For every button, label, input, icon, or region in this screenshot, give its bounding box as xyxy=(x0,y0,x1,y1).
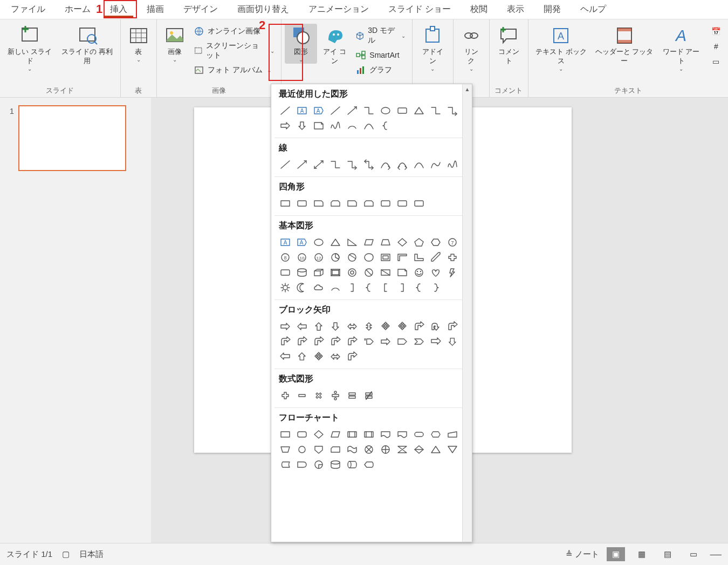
shape-flow-delay[interactable] xyxy=(293,457,310,472)
shape-lbrace2[interactable] xyxy=(410,280,427,295)
shape-can[interactable] xyxy=(293,265,310,280)
shape-callout-r[interactable] xyxy=(427,334,444,349)
shape-folded-corner[interactable] xyxy=(394,265,410,280)
shape-flow-prep[interactable] xyxy=(427,427,444,442)
shape-arr-curve-r[interactable] xyxy=(293,334,310,349)
shape-flow-doc[interactable] xyxy=(377,427,394,442)
shape-arr-curve-l[interactable] xyxy=(310,334,327,349)
shape-callout-u[interactable] xyxy=(293,349,310,364)
shape-dodecagon[interactable]: 12 xyxy=(310,250,327,265)
shape-textbox-arrow[interactable]: A xyxy=(310,103,327,118)
shape-flow-or[interactable] xyxy=(377,442,394,457)
shape-cube[interactable] xyxy=(310,265,327,280)
shape-diag-stripe[interactable] xyxy=(427,250,444,265)
shape-arr-lr-call[interactable] xyxy=(327,349,344,364)
tab-insert[interactable]: 挿入 xyxy=(100,1,137,18)
shape-flow-process[interactable] xyxy=(277,427,293,442)
table-button[interactable]: 表⌄ xyxy=(124,24,153,64)
shape-text-arrow[interactable]: A xyxy=(293,235,310,250)
shape-para[interactable] xyxy=(360,235,377,250)
online-images-button[interactable]: オンライン画像 xyxy=(190,25,278,38)
shapes-button[interactable]: 図形⌄ xyxy=(285,24,317,64)
shape-trap[interactable] xyxy=(377,235,394,250)
shape-smiley[interactable] xyxy=(410,265,427,280)
language-label[interactable]: 日本語 xyxy=(79,549,104,560)
tab-animation[interactable]: アニメーション xyxy=(299,1,379,18)
shape-round-rect[interactable] xyxy=(293,196,310,211)
3d-models-button[interactable]: 3D モデル⌄ xyxy=(352,25,409,46)
shape-eq-neq[interactable] xyxy=(360,388,377,403)
shape-line-darrow[interactable] xyxy=(310,157,327,172)
shape-snip2[interactable] xyxy=(327,196,344,211)
shape-line-2[interactable] xyxy=(327,103,344,118)
reuse-slides-button[interactable]: スライドの 再利用 xyxy=(57,24,116,67)
tab-home[interactable]: ホーム xyxy=(55,1,100,18)
shape-rect[interactable] xyxy=(277,196,293,211)
shape-iso-tri[interactable] xyxy=(327,235,344,250)
shape-line[interactable] xyxy=(277,157,293,172)
icons-button[interactable]: アイ コン xyxy=(318,24,352,67)
shape-round1[interactable] xyxy=(377,196,394,211)
shape-lshape[interactable] xyxy=(410,250,427,265)
textbox-button[interactable]: A テキスト ボックス⌄ xyxy=(532,24,590,73)
shape-folded[interactable] xyxy=(310,118,327,133)
object-button[interactable]: ▭ xyxy=(708,55,725,68)
shape-flow-sum[interactable] xyxy=(360,442,377,457)
shape-cloud[interactable] xyxy=(310,280,327,295)
shape-freeform[interactable] xyxy=(427,157,444,172)
shape-flow-term[interactable] xyxy=(410,427,427,442)
shape-connector[interactable] xyxy=(427,103,444,118)
shape-textbox-a[interactable]: A xyxy=(293,103,310,118)
shape-donut[interactable] xyxy=(344,265,360,280)
shape-block-arc[interactable] xyxy=(377,265,394,280)
shape-decagon[interactable]: 10 xyxy=(293,250,310,265)
shape-flow-extract[interactable] xyxy=(427,442,444,457)
shape-arr-lr[interactable] xyxy=(344,319,360,334)
shape-curve-darrow[interactable] xyxy=(394,157,410,172)
reading-view-button[interactable]: ▤ xyxy=(658,547,677,561)
shape-flow-card[interactable] xyxy=(327,442,344,457)
shape-flow-decision[interactable] xyxy=(310,427,327,442)
shape-arr-bent[interactable] xyxy=(410,319,427,334)
scrollbar[interactable]: ▲ xyxy=(462,84,472,542)
shape-arr-circular[interactable] xyxy=(344,349,360,364)
shape-chevron[interactable] xyxy=(410,334,427,349)
screenshot-button[interactable]: スクリーンショット⌄ xyxy=(190,40,278,62)
shape-line-arrow[interactable] xyxy=(293,157,310,172)
shape-eq-div[interactable] xyxy=(327,388,344,403)
tab-file[interactable]: ファイル xyxy=(1,1,55,18)
shape-arr-tri[interactable] xyxy=(394,319,410,334)
shape-curve-arrow[interactable] xyxy=(377,157,394,172)
shape-line[interactable] xyxy=(277,103,293,118)
shape-flow-sort[interactable] xyxy=(410,442,427,457)
shape-no[interactable] xyxy=(360,265,377,280)
shape-flow-multidoc[interactable] xyxy=(394,427,410,442)
shape-connector-arrow[interactable] xyxy=(444,103,461,118)
shape-moon[interactable] xyxy=(293,280,310,295)
tab-draw[interactable]: 描画 xyxy=(137,1,174,18)
shape-rbrace[interactable] xyxy=(427,280,444,295)
tab-developer[interactable]: 開発 xyxy=(534,1,571,18)
shape-arr-bentup[interactable] xyxy=(277,334,293,349)
shape-double-brace[interactable] xyxy=(360,280,377,295)
comment-button[interactable]: コメント xyxy=(493,24,525,67)
shape-callout-d[interactable] xyxy=(444,334,461,349)
shape-flow-direct[interactable] xyxy=(344,457,360,472)
shape-eq-plus[interactable] xyxy=(277,388,293,403)
shape-triangle[interactable] xyxy=(410,103,427,118)
shape-arr-down[interactable] xyxy=(327,319,344,334)
shape-curve[interactable] xyxy=(410,157,427,172)
shape-heart[interactable] xyxy=(427,265,444,280)
shape-arr-right[interactable] xyxy=(277,319,293,334)
shape-arr-quad[interactable] xyxy=(377,319,394,334)
shape-right-tri[interactable] xyxy=(344,235,360,250)
shape-pie[interactable] xyxy=(327,250,344,265)
shape-snip-diag[interactable] xyxy=(360,196,377,211)
smartart-button[interactable]: SmartArt xyxy=(352,49,409,62)
shape-flow-collate[interactable] xyxy=(394,442,410,457)
notes-button[interactable]: ≜ ノート xyxy=(566,549,599,560)
shape-curve[interactable] xyxy=(360,118,377,133)
shape-arr-uturn[interactable] xyxy=(427,319,444,334)
new-slide-button[interactable]: 新しい スライド⌄ xyxy=(3,24,56,73)
shape-diamond[interactable] xyxy=(394,235,410,250)
